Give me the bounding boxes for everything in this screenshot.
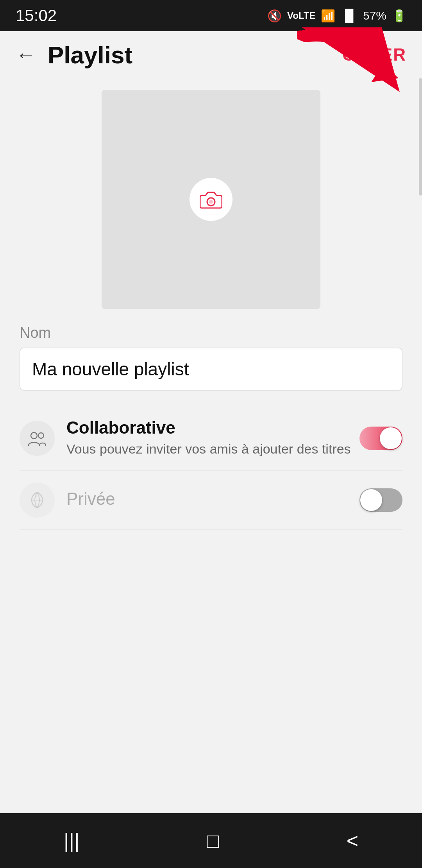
cover-placeholder[interactable] [102,90,320,309]
toolbar: ← Playlist CRÉER [0,31,422,78]
collaborative-toggle-knob [380,427,402,449]
nav-menu-button[interactable]: ||| [40,821,103,860]
private-toggle-knob [360,489,382,511]
svg-point-5 [38,433,44,438]
collaborative-option-row: Collaborative Vous pouvez inviter vos am… [20,406,402,471]
scrollbar[interactable] [419,78,422,195]
status-icons: 🔇 VoLTE 📶 ▐▌ 57% 🔋 [267,9,406,23]
status-bar: 15:02 🔇 VoLTE 📶 ▐▌ 57% 🔋 [0,0,422,31]
cover-area [0,78,422,325]
battery-text: 57% [363,9,386,22]
collaborative-title: Collaborative [66,418,359,438]
private-text: Privée [66,489,359,511]
status-time: 15:02 [16,6,57,25]
nav-back-button[interactable]: < [323,821,382,860]
private-icon [29,491,46,509]
collaborative-text: Collaborative Vous pouvez inviter vos am… [66,418,359,459]
lte-icon: VoLTE [287,10,315,21]
create-button[interactable]: CRÉER [342,45,406,65]
nav-home-button[interactable]: □ [183,821,242,860]
camera-button[interactable] [190,178,232,221]
options-section: Collaborative Vous pouvez inviter vos am… [0,398,422,530]
wifi-icon: 📶 [321,9,335,23]
private-icon-wrap [20,482,55,518]
collaborative-icon-wrap [20,421,55,456]
page-title: Playlist [48,41,342,69]
svg-point-3 [209,200,213,204]
collaborative-toggle[interactable] [359,427,402,450]
collaborative-desc: Vous pouvez inviter vos amis à ajouter d… [66,440,359,459]
name-input[interactable] [20,348,402,391]
battery-icon: 🔋 [392,9,406,23]
mute-icon: 🔇 [267,9,282,23]
private-title: Privée [66,489,359,509]
private-option-row: Privée [20,471,402,530]
bottom-nav: ||| □ < [0,813,422,868]
private-toggle[interactable] [359,488,402,512]
back-button[interactable]: ← [16,45,36,65]
signal-icon: ▐▌ [341,9,358,22]
svg-point-4 [31,432,37,439]
collaborative-icon [28,430,46,446]
camera-icon [200,190,222,209]
name-section: Nom [0,325,422,398]
name-label: Nom [20,325,402,341]
